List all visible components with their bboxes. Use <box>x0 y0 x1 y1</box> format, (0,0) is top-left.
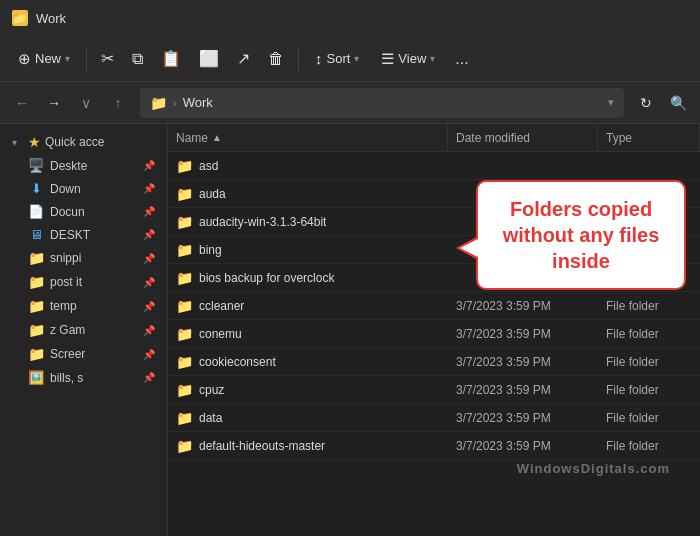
snippi-icon: 📁 <box>28 250 44 266</box>
quick-access-star-icon: ★ <box>28 134 41 150</box>
delete-button[interactable]: 🗑 <box>260 44 292 74</box>
forward-button[interactable]: → <box>40 89 68 117</box>
file-type-cell: File folder <box>598 292 700 319</box>
sort-label: Sort <box>327 51 351 66</box>
sort-chevron: ▾ <box>354 53 359 64</box>
sidebar-item-temp[interactable]: 📁 temp 📌 <box>4 294 163 318</box>
file-name-text: auda <box>199 187 226 201</box>
copy-button[interactable]: ⧉ <box>124 44 151 74</box>
search-button[interactable]: 🔍 <box>664 89 692 117</box>
sidebar-item-postit[interactable]: 📁 post it 📌 <box>4 270 163 294</box>
file-name-text: cpuz <box>199 383 224 397</box>
sidebar-item-bills[interactable]: 🖼️ bills, s 📌 <box>4 366 163 389</box>
temp-icon: 📁 <box>28 298 44 314</box>
quick-access-section: ▾ ★ Quick acce 🖥️ Deskte 📌 ⬇ Down 📌 📄 Do… <box>0 128 167 391</box>
col-header-type[interactable]: Type <box>598 124 700 151</box>
file-row[interactable]: 📁 conemu 3/7/2023 3:59 PM File folder <box>168 320 700 348</box>
address-sep: › <box>173 97 177 109</box>
folder-icon: 📁 <box>176 298 193 314</box>
sidebar-desktop-label: Deskte <box>50 159 87 173</box>
file-name-cell: 📁 data <box>168 404 448 431</box>
share-button[interactable]: ↗ <box>229 43 258 74</box>
desktop-pin-icon: 📌 <box>143 160 155 171</box>
file-name-cell: 📁 auda <box>168 180 448 207</box>
zgam-icon: 📁 <box>28 322 44 338</box>
file-row[interactable]: 📁 cookieconsent 3/7/2023 3:59 PM File fo… <box>168 348 700 376</box>
deskt2-pin-icon: 📌 <box>143 229 155 240</box>
view-icon: ☰ <box>381 50 394 68</box>
sidebar-item-snippi[interactable]: 📁 snippi 📌 <box>4 246 163 270</box>
file-row[interactable]: 📁 default-hideouts-master 3/7/2023 3:59 … <box>168 432 700 460</box>
file-type-cell: File folder <box>598 376 700 403</box>
new-button[interactable]: ⊕ New ▾ <box>8 44 80 74</box>
file-date-cell: 3/7/2023 3:59 PM <box>448 432 598 459</box>
sort-button[interactable]: ↕ Sort ▾ <box>305 44 369 73</box>
address-dropdown[interactable]: ▾ <box>608 96 614 109</box>
back-button[interactable]: ← <box>8 89 36 117</box>
sidebar-temp-label: temp <box>50 299 77 313</box>
paste-button[interactable]: 📋 <box>153 43 189 74</box>
folder-icon: 📁 <box>176 382 193 398</box>
postit-pin-icon: 📌 <box>143 277 155 288</box>
callout-text: Folders copied without any files inside <box>503 198 660 272</box>
cut-button[interactable]: ✂ <box>93 43 122 74</box>
file-name-cell: 📁 audacity-win-3.1.3-64bit <box>168 208 448 235</box>
sidebar-item-deskt2[interactable]: 🖥 DESKT 📌 <box>4 223 163 246</box>
file-name-cell: 📁 bing <box>168 236 448 263</box>
sidebar-item-screer[interactable]: 📁 Screer 📌 <box>4 342 163 366</box>
view-button[interactable]: ☰ View ▾ <box>371 44 445 74</box>
desktop-icon: 🖥️ <box>28 158 44 173</box>
sidebar-postit-label: post it <box>50 275 82 289</box>
deskt2-icon: 🖥 <box>28 227 44 242</box>
bills-pin-icon: 📌 <box>143 372 155 383</box>
view-label: View <box>398 51 426 66</box>
file-row[interactable]: 📁 cpuz 3/7/2023 3:59 PM File folder <box>168 376 700 404</box>
file-row[interactable]: 📁 ccleaner 3/7/2023 3:59 PM File folder <box>168 292 700 320</box>
window-title: Work <box>36 11 66 26</box>
postit-icon: 📁 <box>28 274 44 290</box>
file-name-text: audacity-win-3.1.3-64bit <box>199 215 326 229</box>
folder-icon: 📁 <box>176 354 193 370</box>
file-row[interactable]: 📁 asd <box>168 152 700 180</box>
file-type-cell: File folder <box>598 404 700 431</box>
col-type-label: Type <box>606 131 632 145</box>
sidebar-item-zgam[interactable]: 📁 z Gam 📌 <box>4 318 163 342</box>
nav-bar: ← → ∨ ↑ 📁 › Work ▾ ↻ 🔍 <box>0 82 700 124</box>
documents-pin-icon: 📌 <box>143 206 155 217</box>
downloads-pin-icon: 📌 <box>143 183 155 194</box>
address-bar[interactable]: 📁 › Work ▾ <box>140 88 624 118</box>
file-name-cell: 📁 conemu <box>168 320 448 347</box>
rename-button[interactable]: ⬜ <box>191 43 227 74</box>
file-name-text: cookieconsent <box>199 355 276 369</box>
sidebar-item-documents[interactable]: 📄 Docun 📌 <box>4 200 163 223</box>
sidebar: ▾ ★ Quick acce 🖥️ Deskte 📌 ⬇ Down 📌 📄 Do… <box>0 124 168 536</box>
file-name-cell: 📁 default-hideouts-master <box>168 432 448 459</box>
file-name-text: default-hideouts-master <box>199 439 325 453</box>
col-header-date[interactable]: Date modified <box>448 124 598 151</box>
toolbar-sep-1 <box>86 47 87 71</box>
file-type-cell <box>598 152 700 179</box>
file-row[interactable]: 📁 data 3/7/2023 3:59 PM File folder <box>168 404 700 432</box>
sidebar-item-downloads[interactable]: ⬇ Down 📌 <box>4 177 163 200</box>
file-date-cell: 3/7/2023 3:59 PM <box>448 292 598 319</box>
quick-access-header[interactable]: ▾ ★ Quick acce <box>4 130 163 154</box>
sidebar-item-desktop[interactable]: 🖥️ Deskte 📌 <box>4 154 163 177</box>
screer-pin-icon: 📌 <box>143 349 155 360</box>
expand-button[interactable]: ∨ <box>72 89 100 117</box>
snippi-pin-icon: 📌 <box>143 253 155 264</box>
file-date-cell: 3/7/2023 3:59 PM <box>448 320 598 347</box>
more-button[interactable]: ... <box>447 44 476 74</box>
folder-icon: 📁 <box>176 270 193 286</box>
col-header-name[interactable]: Name ▲ <box>168 124 448 151</box>
toolbar: ⊕ New ▾ ✂ ⧉ 📋 ⬜ ↗ 🗑 ↕ Sort ▾ ☰ View ▾ ..… <box>0 36 700 82</box>
file-name-cell: 📁 ccleaner <box>168 292 448 319</box>
file-date-cell: 3/7/2023 3:59 PM <box>448 404 598 431</box>
address-folder-icon: 📁 <box>150 95 167 111</box>
refresh-button[interactable]: ↻ <box>632 89 660 117</box>
address-path: Work <box>183 95 213 110</box>
file-name-text: ccleaner <box>199 299 244 313</box>
file-name-text: data <box>199 411 222 425</box>
up-button[interactable]: ↑ <box>104 89 132 117</box>
sidebar-downloads-label: Down <box>50 182 81 196</box>
col-date-label: Date modified <box>456 131 530 145</box>
